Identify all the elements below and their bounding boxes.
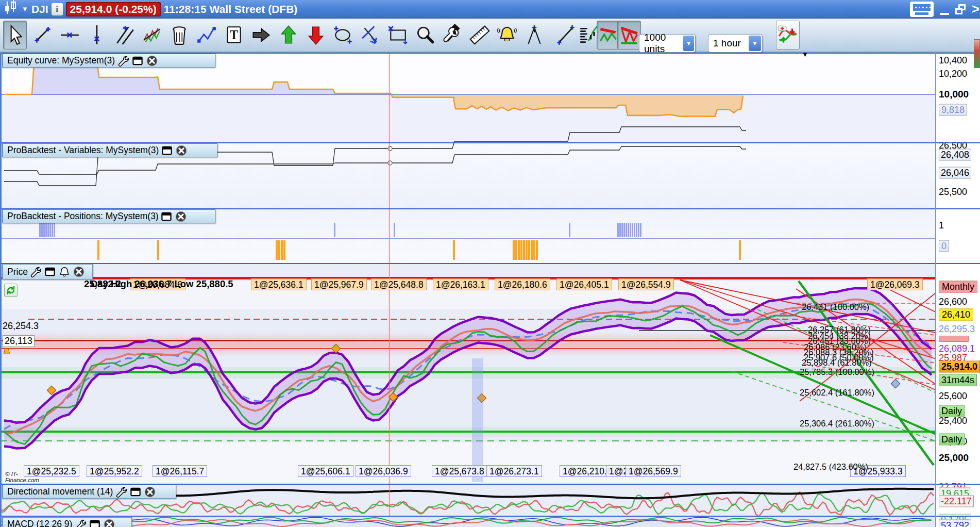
window-icon[interactable] xyxy=(88,518,101,527)
wrench-icon[interactable] xyxy=(29,266,42,278)
plot-edge-border xyxy=(935,53,936,527)
axis-label: 25,000 xyxy=(939,452,969,464)
axis-label: 26,295.3 xyxy=(939,324,975,335)
restore-button[interactable] xyxy=(955,4,966,14)
add-indicator-button[interactable] xyxy=(776,21,800,50)
pitchfork-tool[interactable] xyxy=(522,21,546,50)
symbol-dropdown-icon[interactable]: ▼ xyxy=(22,5,28,13)
positions-panel-header[interactable]: ProBacktest - Positions: MySystem(3) xyxy=(2,209,215,223)
keyboard-icon[interactable] xyxy=(910,2,934,17)
trade-exit-label: 1@25,673.8 xyxy=(432,465,487,477)
trade-exit-label: 1@25,952.2 xyxy=(87,465,142,477)
axis-label: 25,400 xyxy=(939,416,967,426)
trade-exit-label: 1@25,606.1 xyxy=(298,465,353,477)
window-icon[interactable] xyxy=(44,266,57,278)
dropdown-arrow-icon[interactable]: ▼ xyxy=(683,36,694,51)
axis-label: 53.792 xyxy=(939,520,971,527)
fibonacci-level-label: 25,898.4 (61.80%) xyxy=(802,358,872,368)
zoom-tool[interactable] xyxy=(413,21,437,50)
axis-label: 25,600 xyxy=(939,391,967,402)
trade-exit-label: 1@26,115.7 xyxy=(153,465,207,477)
close-icon[interactable] xyxy=(143,485,156,498)
equity-panel-header[interactable]: Equity curve: MySystem(3) xyxy=(2,54,215,68)
wrench-icon[interactable] xyxy=(116,54,129,67)
zigzag-tool[interactable] xyxy=(195,21,218,50)
cursor-tool[interactable] xyxy=(3,21,27,50)
close-icon[interactable] xyxy=(175,210,188,223)
vertical-line-tool[interactable] xyxy=(86,21,109,50)
variables-panel-title: ProBacktest - Variables: MySystem(3) xyxy=(7,145,159,156)
separator[interactable] xyxy=(0,263,980,264)
candlestick-icon[interactable] xyxy=(3,0,19,19)
axis-label: Daily xyxy=(939,434,965,446)
indicator-dropdown-icon[interactable]: ▼ xyxy=(802,51,808,58)
trade-entry-label: 1@25,648.8 xyxy=(371,278,427,290)
delete-tool[interactable] xyxy=(167,21,191,50)
trading-platform-window: 1@26,084.61@25,636.11@25,967.91@25,648.8… xyxy=(0,0,980,527)
ellipse-tool[interactable] xyxy=(331,21,355,50)
positions-zero-line xyxy=(0,238,935,239)
wrench-icon[interactable] xyxy=(74,518,87,527)
arrow-right-tool[interactable] xyxy=(249,21,273,50)
refresh-icon[interactable] xyxy=(4,284,18,297)
axis-label: 10,000 xyxy=(939,89,969,100)
close-icon[interactable] xyxy=(103,518,115,527)
pattern-down-tool[interactable] xyxy=(617,21,641,50)
close-icon[interactable] xyxy=(73,266,86,278)
timeframe-select[interactable]: 1 hour ▼ xyxy=(708,34,763,53)
info-icon[interactable]: i xyxy=(52,3,63,15)
arrow-down-tool[interactable] xyxy=(304,21,328,50)
price-panel-header[interactable]: Price xyxy=(2,264,93,279)
cross-lines-tool[interactable] xyxy=(359,21,382,50)
trend-line-tool[interactable] xyxy=(31,21,55,50)
trade-exit-label: 1@26,273.1 xyxy=(486,465,542,477)
alert-bell-icon[interactable] xyxy=(58,266,71,278)
arrow-up-tool[interactable] xyxy=(277,21,300,50)
units-select[interactable]: 1000 units ▼ xyxy=(639,34,696,53)
dropdown-arrow-icon[interactable]: ▼ xyxy=(749,36,761,51)
axis-label: 25,500 xyxy=(939,187,967,197)
macd-panel-header[interactable]: MACD (12 26 9) xyxy=(2,517,132,527)
settings-tool[interactable] xyxy=(441,21,464,50)
close-icon[interactable] xyxy=(145,54,158,67)
rectangle-tool[interactable] xyxy=(386,21,410,50)
text-tool[interactable]: T xyxy=(222,21,246,50)
axis-label xyxy=(939,336,969,342)
ruler-tool[interactable] xyxy=(468,21,492,50)
window-icon[interactable] xyxy=(160,210,173,223)
partial-toolbar-icon[interactable] xyxy=(974,39,980,68)
alert-bell-marker-icon[interactable] xyxy=(2,348,11,358)
axis-label: 31m44s xyxy=(939,374,977,386)
minimize-button[interactable] xyxy=(940,4,949,15)
horizontal-line-tool[interactable] xyxy=(58,21,82,50)
axis-label: 10,200 xyxy=(939,69,967,79)
open-price-label: 25,832.2 xyxy=(84,278,121,290)
trade-entry-label: 1@26,180.6 xyxy=(495,278,550,290)
window-left-border xyxy=(0,19,2,527)
price-scale-column[interactable]: 10,40010,20010,0009,81826,50026,40826,04… xyxy=(936,53,980,527)
window-icon[interactable] xyxy=(129,485,142,498)
positions-panel-title: ProBacktest - Positions: MySystem(3) xyxy=(7,211,159,222)
window-chevron-icon[interactable]: > xyxy=(972,1,979,17)
fibonacci-level-label: 25,602.4 (161.80%) xyxy=(800,388,874,398)
dm-panel-header[interactable]: Directional movement (14) xyxy=(2,485,176,499)
price-panel-title: Price xyxy=(7,267,28,277)
axis-label: 26,600 xyxy=(939,297,967,307)
wrench-icon[interactable] xyxy=(114,485,127,498)
window-icon[interactable] xyxy=(131,54,144,67)
close-icon[interactable] xyxy=(175,144,188,157)
channel-tool[interactable] xyxy=(140,21,164,50)
alert-tool[interactable] xyxy=(495,21,519,50)
symbol-name: DJI xyxy=(31,3,48,15)
variables-panel-header[interactable]: ProBacktest - Variables: MySystem(3) xyxy=(2,143,217,157)
price-level-label: 26,254.3 xyxy=(3,321,39,332)
trade-entry-label: 1@26,069.3 xyxy=(867,278,923,290)
axis-label: -22.117 xyxy=(939,496,974,507)
separator[interactable] xyxy=(0,516,980,517)
segment-tool[interactable] xyxy=(554,21,578,50)
fibonacci-level-label: 24,827.5 (423.60%) xyxy=(793,462,868,472)
window-icon[interactable] xyxy=(160,144,173,157)
axis-label: Monthly xyxy=(939,281,977,293)
fan-lines-tool[interactable] xyxy=(113,21,137,50)
dm-panel-title: Directional movement (14) xyxy=(7,486,113,497)
